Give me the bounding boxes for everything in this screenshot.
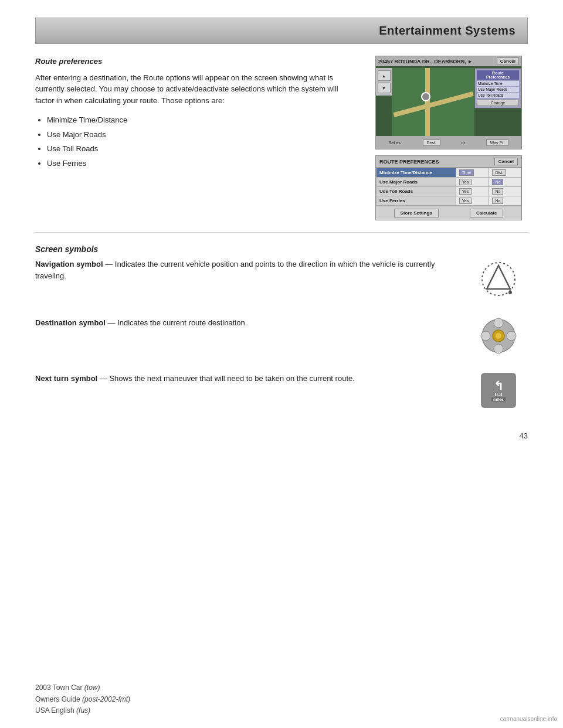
list-item: Use Toll Roads [47,142,358,157]
svg-point-0 [482,263,515,295]
table-row: Use Ferries Yes No [377,196,521,206]
page-title: Entertainment Systems [48,24,515,38]
list-item: Use Major Roads [47,128,358,142]
nav-sep: — [103,260,115,268]
route-preferences-list: Minimize Time/Distance Use Major Roads U… [47,113,358,171]
footer-line1-normal: 2003 Town Car [35,683,84,692]
destination-symbol-image [469,317,528,355]
svg-point-4 [494,318,503,328]
nav-screens-column: 20457 ROTUNDA DR., DEARBORN, ► Cancel ▲ … [375,56,528,220]
nav-waypoint-button[interactable]: Way Pt. [486,140,508,146]
route-prefs-screen: ROUTE PREFERENCES Cancel Minimize Time/D… [375,155,522,220]
zoom-out-button[interactable]: ▼ [378,83,391,93]
rp-cancel-button[interactable]: Cancel [494,158,518,165]
rp-major-no-button[interactable]: No [492,179,503,185]
destination-symbol-title: Destination symbol [35,318,106,327]
rp-cell: Yes [456,196,489,206]
page-number: 43 [0,426,563,446]
rp-cell: No [489,187,521,196]
nav-location-marker [421,92,430,101]
zoom-in-button[interactable]: ▲ [378,70,391,81]
svg-point-5 [494,344,503,353]
rp-row-label-3: Use Toll Roads [377,187,456,196]
turn-desc: Shows the next maneuver that will need t… [109,374,354,383]
route-preferences-heading: Route preferences [35,56,358,67]
rp-toll-yes-button[interactable]: Yes [459,188,472,195]
rp-cell: No [489,178,521,187]
nav-road-horizontal [393,91,473,117]
destination-symbol-description: Destination symbol — Indicates the curre… [35,317,452,329]
footer-line1-italic: (tow) [84,683,100,692]
rp-table: Minimize Time/Distance Time Dist. Use Ma… [376,168,521,206]
svg-point-9 [496,333,501,339]
rp-cell: Time [456,168,489,178]
rp-calculate-button[interactable]: Calculate [470,209,504,217]
next-turn-symbol-description: Next turn symbol — Shows the next maneuv… [35,373,452,385]
turn-unit: miles [491,397,506,402]
footer-line2-italic: (post-2002-fmt) [82,695,130,703]
turn-symbol-box: ↰ 0.3 miles [481,373,516,408]
nav-dest-button[interactable]: Dest. [423,140,440,146]
nav-bottom-bar: Set as: Dest. or Way Pt. [376,136,521,149]
navigation-symbol-row: Navigation symbol — Indicates the curren… [35,258,528,300]
footer-line1: 2003 Town Car (tow) [35,682,130,693]
main-content: Route preferences After entering a desti… [35,56,528,408]
destination-symbol-text: Destination symbol — Indicates the curre… [35,317,452,329]
svg-point-7 [507,331,516,341]
rp-row-label-1: Minimize Time/Distance [377,168,456,178]
rp-ferries-yes-button[interactable]: Yes [459,198,472,204]
route-preferences-section: Route preferences After entering a desti… [35,56,528,220]
nav-top-bar: 20457 ROTUNDA DR., DEARBORN, ► Cancel [376,56,521,66]
table-row: Minimize Time/Distance Time Dist. [377,168,521,178]
section-divider [35,232,528,233]
next-turn-symbol-row: Next turn symbol — Shows the next maneuv… [35,373,528,408]
navigation-symbol-svg [478,258,519,300]
rp-title-bar: ROUTE PREFERENCES Cancel [376,156,521,168]
nav-road-vertical [425,68,430,136]
destination-symbol-svg [480,317,518,355]
footer-line2: Owners Guide (post-2002-fmt) [35,694,130,705]
rp-cell: Yes [456,187,489,196]
svg-point-2 [508,291,512,294]
nav-change-button[interactable]: Change [477,100,519,106]
nav-address: 20457 ROTUNDA DR., DEARBORN, ► [378,59,473,64]
route-preferences-body: After entering a destination, the Route … [35,72,358,107]
svg-point-6 [481,331,490,341]
nav-prefs-title: RoutePreferences [477,70,519,80]
turn-sep: — [97,374,109,383]
watermark: carmanualsonline.info [500,716,557,722]
rp-row-label-2: Use Major Roads [377,178,456,187]
footer-line2-normal: Owners Guide [35,695,82,703]
screen-symbols-heading: Screen symbols [35,244,528,254]
turn-arrow-icon: ↰ [494,380,504,392]
rp-time-button[interactable]: Time [459,169,474,176]
rp-title: ROUTE PREFERENCES [379,159,439,165]
rp-cell: Dist. [489,168,521,178]
table-row: Use Toll Roads Yes No [377,187,521,196]
navigation-symbol-image [469,258,528,300]
nav-route-prefs-popup: RoutePreferences Minimize Time Use Major… [474,68,521,108]
rp-major-yes-button[interactable]: Yes [459,179,472,185]
pref-item-3: Use Toll Roads [477,93,519,98]
rp-cell: Yes [456,178,489,187]
navigation-symbol-description: Navigation symbol — Indicates the curren… [35,258,452,281]
turn-distance: 0.3 [495,392,503,397]
footer-line3: USA English (fus) [35,705,130,716]
dest-desc: Indicates the current route destination. [117,318,247,327]
navigation-symbol-text: Navigation symbol — Indicates the curren… [35,258,452,281]
nav-cancel-button[interactable]: Cancel [497,57,519,65]
rp-dist-button[interactable]: Dist. [492,169,506,176]
navigation-symbol-title: Navigation symbol [35,260,103,268]
rp-store-settings-button[interactable]: Store Settings [394,209,439,217]
nav-left-panel: ▲ ▼ [376,68,392,96]
rp-cell: No [489,196,521,206]
nav-or-label: or [462,141,465,145]
footer: 2003 Town Car (tow) Owners Guide (post-2… [35,682,130,716]
svg-marker-1 [487,266,510,289]
nav-map-screen: 20457 ROTUNDA DR., DEARBORN, ► Cancel ▲ … [375,56,522,149]
rp-toll-no-button[interactable]: No [492,188,503,195]
rp-ferries-no-button[interactable]: No [492,198,503,204]
table-row: Use Major Roads Yes No [377,178,521,187]
next-turn-symbol-text: Next turn symbol — Shows the next maneuv… [35,373,452,385]
list-item: Minimize Time/Distance [47,113,358,128]
